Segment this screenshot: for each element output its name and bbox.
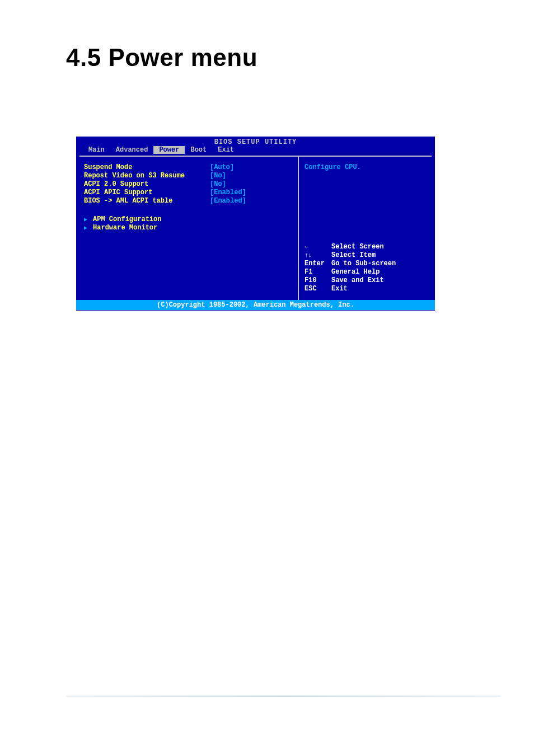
page-title: 4.5 Power menu [66,44,257,72]
submenu-row[interactable]: ▶ APM Configuration [84,215,293,224]
bios-help-panel: Configure CPU. ← Select Screen ↑↓ Select… [299,157,432,300]
submenu-label: Hardware Monitor [93,224,157,232]
nav-row: ESC Exit [305,285,426,293]
nav-desc: Select Screen [331,243,384,251]
nav-key: Enter [305,260,331,268]
bios-main-panel: Suspend Mode [Auto] Repost Video on S3 R… [79,157,299,300]
triangle-right-icon: ▶ [84,215,87,224]
arrow-left-icon: ← [305,243,331,251]
bios-tab-bar: Main Advanced Power Boot Exit [76,146,435,154]
bios-copyright: (C)Copyright 1985-2002, American Megatre… [76,300,435,310]
option-value: [Enabled] [210,189,246,197]
tab-exit[interactable]: Exit [212,146,240,154]
tab-power[interactable]: Power [153,146,185,154]
nav-desc: Exit [331,285,348,293]
nav-key: F10 [305,276,331,285]
submenu-row[interactable]: ▶ Hardware Monitor [84,224,293,232]
submenu-label: APM Configuration [93,215,161,224]
option-row[interactable]: Suspend Mode [Auto] [84,163,293,172]
option-value: [Auto] [210,163,234,172]
nav-key: F1 [305,268,331,276]
bios-content: Suspend Mode [Auto] Repost Video on S3 R… [79,156,432,300]
tab-boot[interactable]: Boot [185,146,212,154]
option-label: BIOS -> AML ACPI table [84,197,210,205]
option-label: Repost Video on S3 Resume [84,172,210,180]
arrow-updown-icon: ↑↓ [305,251,331,260]
nav-desc: Save and Exit [331,276,384,285]
nav-row: F1 General Help [305,268,426,276]
nav-desc: Go to Sub-screen [331,260,396,268]
option-label: Suspend Mode [84,163,210,172]
nav-desc: General Help [331,268,380,276]
option-value: [No] [210,172,226,180]
option-label: ACPI APIC Support [84,189,210,197]
nav-desc: Select Item [331,251,376,260]
nav-row: F10 Save and Exit [305,276,426,285]
nav-help-block: ← Select Screen ↑↓ Select Item Enter Go … [305,243,426,293]
bios-screenshot: BIOS SETUP UTILITY Main Advanced Power B… [76,137,435,311]
nav-row: ↑↓ Select Item [305,251,426,260]
tab-advanced[interactable]: Advanced [110,146,154,154]
option-value: [Enabled] [210,197,246,205]
option-row[interactable]: ACPI APIC Support [Enabled] [84,189,293,197]
nav-row: ← Select Screen [305,243,426,251]
nav-row: Enter Go to Sub-screen [305,260,426,268]
option-row[interactable]: Repost Video on S3 Resume [No] [84,172,293,180]
option-label: ACPI 2.0 Support [84,180,210,189]
option-value: [No] [210,180,226,189]
option-row[interactable]: ACPI 2.0 Support [No] [84,180,293,189]
nav-key: ESC [305,285,331,293]
footer-divider [66,696,501,697]
triangle-right-icon: ▶ [84,224,87,232]
help-text: Configure CPU. [305,163,426,171]
bios-title: BIOS SETUP UTILITY [76,137,435,146]
tab-main[interactable]: Main [83,146,110,154]
option-row[interactable]: BIOS -> AML ACPI table [Enabled] [84,197,293,205]
